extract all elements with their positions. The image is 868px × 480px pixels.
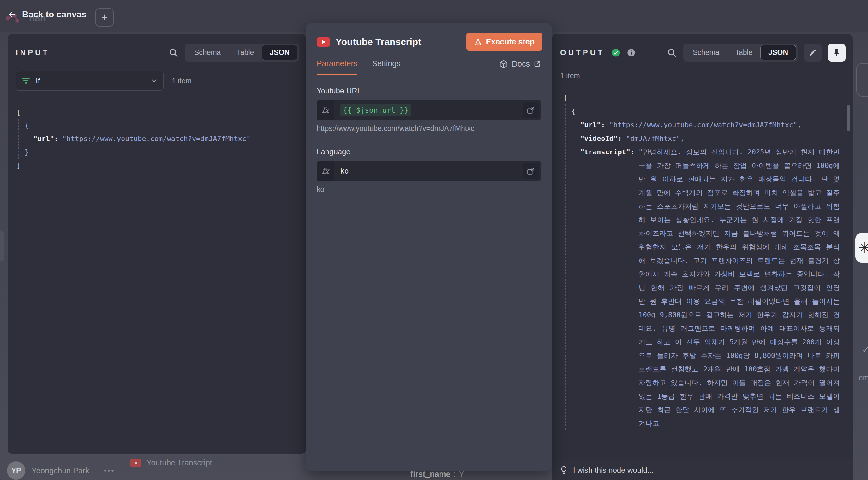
node-title: Youtube Transcript (336, 37, 421, 47)
add-node-label: + (101, 11, 108, 24)
node-feedback-bar[interactable]: I wish this node would... (552, 460, 852, 480)
open-expression-editor-button[interactable] (523, 102, 539, 118)
output-items-count: 1 item (552, 72, 852, 80)
canvas-node-youtube-transcript: Youtube Transcript (130, 458, 212, 468)
language-preview: ko (317, 185, 541, 194)
input-tab-json[interactable]: JSON (262, 45, 298, 60)
youtube-url-value: {{ $json.url }} (334, 104, 523, 116)
output-scrollbar-thumb[interactable] (847, 105, 850, 131)
youtube-node-mini-icon (130, 458, 142, 467)
json-value-url: "https://www.youtube.com/watch?v=dmJA7fM… (62, 132, 250, 146)
youtube-play-glyph (134, 461, 138, 465)
indent-guide (574, 118, 575, 429)
tab-settings[interactable]: Settings (372, 59, 400, 75)
json-row-videoid: "videoId": "dmJA7fMhtxc", (563, 132, 840, 145)
assistant-bubble[interactable]: ✳ (856, 233, 868, 262)
edit-output-button[interactable] (804, 44, 822, 62)
input-search-icon[interactable] (168, 47, 178, 58)
execute-step-label: Execute step (486, 37, 534, 46)
back-to-canvas-button[interactable]: Back to canvas (7, 9, 87, 20)
docs-label: Docs (512, 59, 530, 68)
info-icon[interactable] (627, 48, 636, 57)
add-node-button[interactable]: + (95, 8, 114, 27)
indent-guide (27, 132, 28, 146)
node-modal-header: Youtube Transcript Execute step (306, 23, 552, 59)
flask-icon (474, 38, 482, 46)
back-to-canvas-label: Back to canvas (22, 9, 87, 20)
output-tab-table[interactable]: Table (727, 45, 760, 60)
pencil-icon (809, 49, 817, 57)
avatar[interactable]: YP (7, 461, 25, 480)
json-row-transcript: "transcript": "안녕하세요. 정보의 신입니다. 2025년 상반… (563, 145, 840, 430)
json-bracket-open: [ (563, 91, 840, 104)
avatar-initials: YP (11, 467, 21, 475)
panel-collapse-handle[interactable] (0, 231, 4, 261)
input-source-select[interactable]: If (16, 71, 163, 91)
output-tab-schema[interactable]: Schema (685, 45, 727, 60)
input-panel: INPUT Schema Table JSON If (7, 34, 306, 454)
json-row-url: "url": "https://www.youtube.com/watch?v=… (563, 118, 840, 132)
field-youtube-url: Youtube URL fx {{ $json.url }} https://w… (317, 87, 541, 133)
output-json-view: [ { "url": "https://www.youtube.com/watc… (552, 91, 852, 430)
edge-partial-text: em (859, 374, 868, 382)
expand-icon (527, 106, 535, 114)
pin-data-button[interactable] (828, 44, 845, 62)
language-value: ko (334, 167, 523, 175)
owner-name: Yeongchun Park (32, 466, 89, 475)
node-feedback-label: I wish this node would... (573, 466, 654, 475)
youtube-url-preview: https://www.youtube.com/watch?v=dmJA7fMh… (317, 124, 541, 133)
json-brace-close: } (17, 146, 297, 159)
json-key-url: "url": (580, 118, 605, 132)
json-key-transcript: "transcript": (580, 145, 634, 159)
input-tab-table[interactable]: Table (228, 45, 262, 60)
json-value-transcript: "안녕하세요. 정보의 신입니다. 2025년 상반기 현재 대한민국을 가장 … (639, 145, 840, 430)
openai-logo-icon: ✳ (859, 239, 868, 256)
output-tab-json[interactable]: JSON (760, 45, 796, 60)
workflow-owner: YP Yeongchun Park ••• (7, 461, 115, 480)
node-detail-modal: Youtube Transcript Execute step Paramete… (306, 23, 552, 472)
indent-guide (18, 119, 19, 159)
youtube-play-glyph (322, 40, 326, 44)
success-check-icon (611, 48, 620, 58)
youtube-node-icon (317, 37, 330, 47)
pin-icon (832, 48, 841, 57)
canvas-node-label: Youtube Transcript (147, 458, 212, 468)
tab-parameters[interactable]: Parameters (317, 59, 358, 75)
lightbulb-icon (559, 466, 568, 474)
expand-icon (527, 167, 535, 175)
if-node-filter-icon (21, 76, 31, 86)
back-arrow-icon (7, 10, 17, 19)
json-bracket-close: ] (17, 159, 297, 172)
output-panel-header: OUTPUT Schema Table JSON (552, 34, 852, 67)
fx-badge[interactable]: fx (317, 161, 334, 181)
youtube-url-input[interactable]: fx {{ $json.url }} (317, 100, 541, 120)
cube-icon (499, 60, 508, 68)
language-input[interactable]: fx ko (317, 161, 541, 181)
input-view-tabs: Schema Table JSON (185, 43, 299, 62)
node-modal-tabs: Parameters Settings Docs (306, 59, 552, 74)
json-brace-open: { (17, 119, 297, 132)
canvas-node-fragment (856, 63, 868, 97)
execute-step-button[interactable]: Execute step (466, 33, 542, 51)
external-link-icon (534, 60, 541, 67)
expression-token[interactable]: {{ $json.url }} (340, 104, 411, 116)
language-label: Language (317, 148, 541, 156)
field-language: Language fx ko ko (317, 148, 541, 194)
json-key-url: "url": (33, 132, 58, 146)
edge-check-icon: ✓ (862, 345, 868, 355)
json-brace-open: { (563, 104, 840, 118)
output-view-tabs: Schema Table JSON (683, 43, 798, 62)
output-title: OUTPUT (560, 48, 604, 57)
output-search-icon[interactable] (667, 47, 677, 58)
input-tab-schema[interactable]: Schema (186, 45, 228, 60)
json-bracket-open: [ (17, 106, 297, 119)
youtube-url-label: Youtube URL (317, 87, 541, 95)
fx-badge[interactable]: fx (317, 100, 334, 120)
json-value-videoid: "dmJA7fMhtxc", (626, 132, 684, 145)
node-parameters-body: Youtube URL fx {{ $json.url }} https://w… (306, 74, 552, 220)
input-json-view: [ { "url": "https://www.youtube.com/watc… (7, 106, 306, 172)
docs-link[interactable]: Docs (499, 59, 541, 74)
owner-menu-dots[interactable]: ••• (104, 466, 115, 475)
input-title: INPUT (16, 48, 50, 57)
open-expression-editor-button[interactable] (523, 163, 539, 179)
